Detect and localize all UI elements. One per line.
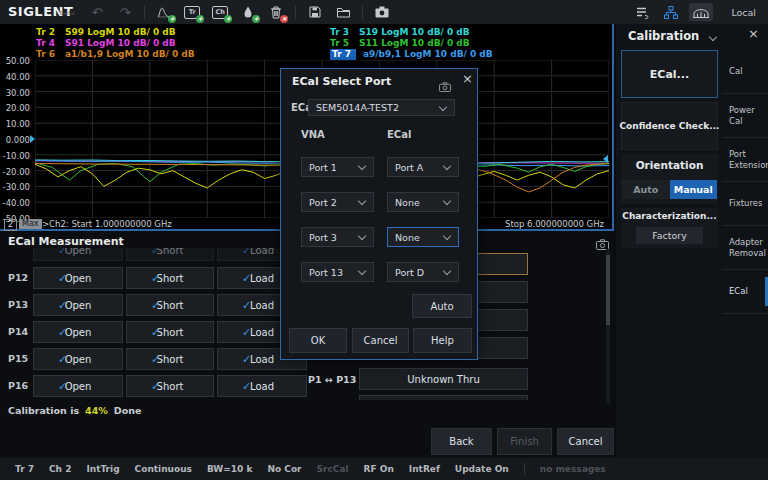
orientation-label: Orientation	[621, 159, 718, 171]
sidebar-title[interactable]: Calibration	[628, 29, 716, 43]
sidebar-tab-adapter-removal[interactable]: Adapter Removal	[722, 226, 768, 270]
short-standard-button[interactable]: ✓Short	[126, 348, 214, 370]
status-continuous[interactable]: Continuous	[135, 464, 192, 474]
orientation-auto-option[interactable]: Auto	[622, 180, 670, 199]
port-label: P15	[8, 348, 30, 370]
standard-label: Open	[65, 248, 92, 256]
local-remote-label[interactable]: Local	[731, 7, 756, 18]
trace-legend-item[interactable]: Tr 2S99 LogM 10 dB/ 0 dB	[36, 27, 195, 38]
short-standard-button[interactable]: ✓Short	[126, 321, 214, 343]
sidebar-tab-fixtures[interactable]: Fixtures	[722, 182, 768, 226]
open-standard-button[interactable]: ✓Open	[33, 321, 123, 343]
open-standard-button[interactable]: ✓Open	[33, 375, 123, 397]
load-standard-button[interactable]: ✓Load	[217, 375, 307, 397]
vna-port-select[interactable]: Port 2	[301, 192, 374, 212]
sidebar-tab-ecal[interactable]: ECal	[722, 270, 768, 314]
status-rf-on[interactable]: RF On	[364, 464, 394, 474]
preset-list-icon[interactable]	[633, 3, 653, 21]
trace-desc-label: S99 LogM 10 dB/ 0 dB	[65, 27, 176, 38]
help-button[interactable]: Help	[413, 328, 472, 353]
add-trace-icon[interactable]: Tr +	[182, 3, 202, 21]
y-axis-tick: 10.00	[0, 119, 30, 129]
undo-icon[interactable]: ↶	[87, 3, 107, 21]
table-scrollbar[interactable]	[606, 249, 610, 404]
standard-label: Open	[65, 273, 92, 284]
open-standard-button[interactable]: ✓Open	[33, 267, 123, 289]
status-bar: Tr 7Ch 2IntTrigContinuousBW=10 kNo CorSr…	[0, 458, 768, 480]
dialog-screenshot-icon[interactable]	[439, 77, 451, 96]
trace-legend-item[interactable]: Tr 4S91 LogM 10 dB/ 0 dB	[36, 38, 195, 49]
save-icon[interactable]	[305, 3, 325, 21]
short-standard-button[interactable]: ✓Short	[126, 375, 214, 397]
scrollbar-thumb[interactable]	[606, 255, 610, 325]
status-bw-10-k[interactable]: BW=10 k	[207, 464, 252, 474]
ecal-port-select[interactable]: None	[387, 227, 459, 247]
calibration-sidebar: Calibration × ECal... Confidence Check..…	[616, 24, 768, 458]
thru-button-partial[interactable]	[359, 395, 528, 400]
delete-icon[interactable]: ×	[266, 3, 286, 21]
ok-button[interactable]: OK	[289, 328, 347, 353]
status-inttrig[interactable]: IntTrig	[86, 464, 119, 474]
status-no-messages[interactable]: no messages	[540, 464, 606, 474]
status-tr-7[interactable]: Tr 7	[15, 464, 34, 474]
add-marker-icon[interactable]: +	[238, 3, 258, 21]
status-srccal[interactable]: SrcCal	[317, 464, 349, 474]
port-label: P12	[8, 267, 30, 289]
add-channel-icon[interactable]: Ch +	[210, 3, 230, 21]
orientation-manual-option[interactable]: Manual	[670, 180, 718, 199]
characterization-label: Characterization...	[621, 211, 718, 221]
vna-port-select[interactable]: Port 13	[301, 262, 374, 282]
status-no-cor[interactable]: No Cor	[267, 464, 301, 474]
web-bridge-icon[interactable]	[689, 3, 713, 21]
status-update-on[interactable]: Update On	[455, 464, 509, 474]
open-standard-button[interactable]: ✓Open	[33, 348, 123, 370]
panel-title: ECal Measurement	[8, 235, 124, 248]
ecal-port-select[interactable]: Port A	[387, 157, 459, 177]
factory-button[interactable]: Factory	[636, 227, 703, 244]
lan-network-icon[interactable]	[661, 3, 681, 21]
vna-port-select[interactable]: Port 1	[301, 157, 374, 177]
ecal-port-select[interactable]: None	[387, 192, 459, 212]
screenshot-icon[interactable]	[372, 3, 392, 21]
add-measurement-icon[interactable]: +	[154, 3, 174, 21]
y-axis-tick: -10.00	[0, 151, 30, 161]
open-file-icon[interactable]	[333, 3, 353, 21]
unknown-thru-button[interactable]: Unknown Thru	[359, 368, 528, 390]
short-standard-button[interactable]: ✓Short	[126, 267, 214, 289]
check-icon: ✓	[242, 380, 251, 393]
sidebar-close-icon[interactable]: ×	[748, 26, 759, 41]
dialog-title: ECal Select Port	[292, 75, 391, 88]
ecal-module-select[interactable]: SEM5014A-TEST2	[308, 99, 455, 116]
ecal-port-select[interactable]: Port D	[387, 262, 459, 282]
open-standard-button[interactable]: ✓Open	[33, 294, 123, 316]
trace-legend-item[interactable]: Tr 7a9/b9,1 LogM 10 dB/ 0 dB	[330, 49, 493, 60]
status-intref[interactable]: IntRef	[409, 464, 440, 474]
redo-icon[interactable]: ↷	[115, 3, 135, 21]
trace-legend-item[interactable]: Tr 5S11 LogM 10 dB/ 0 dB	[330, 38, 493, 49]
trace-legend-item[interactable]: Tr 3S19 LogM 10 dB/ 0 dB	[330, 27, 493, 38]
standard-label: Open	[65, 381, 92, 392]
auto-button[interactable]: Auto	[412, 294, 472, 318]
open-standard-button[interactable]: ✓Open	[33, 248, 123, 261]
status-ch-2[interactable]: Ch 2	[49, 464, 71, 474]
short-standard-button[interactable]: ✓Short	[126, 248, 214, 261]
dialog-cancel-button[interactable]: Cancel	[352, 328, 409, 353]
sidebar-tab-port-extension[interactable]: Port Extension	[722, 138, 768, 182]
confidence-check-button[interactable]: Confidence Check...	[621, 102, 718, 150]
chevron-down-icon	[443, 232, 451, 240]
finish-button[interactable]: Finish	[497, 428, 552, 455]
vna-port-select[interactable]: Port 3	[301, 227, 374, 247]
sidebar-tab-power-cal[interactable]: Power Cal	[722, 94, 768, 138]
port-mapping-row: Port 3None	[281, 227, 477, 247]
ecal-menu-button[interactable]: ECal...	[621, 50, 718, 98]
trace-legend-item[interactable]: Tr 6a1/b1,9 LogM 10 dB/ 0 dB	[36, 49, 195, 60]
cancel-button[interactable]: Cancel	[557, 428, 614, 455]
standard-label: Load	[250, 248, 274, 256]
dialog-close-icon[interactable]: ×	[462, 71, 473, 86]
trace-id-label: Tr 4	[36, 38, 58, 49]
chevron-down-icon	[439, 102, 447, 110]
y-axis-tick: -20.00	[0, 167, 30, 177]
back-button[interactable]: Back	[431, 428, 492, 455]
short-standard-button[interactable]: ✓Short	[126, 294, 214, 316]
sidebar-tab-cal[interactable]: Cal	[722, 50, 768, 94]
